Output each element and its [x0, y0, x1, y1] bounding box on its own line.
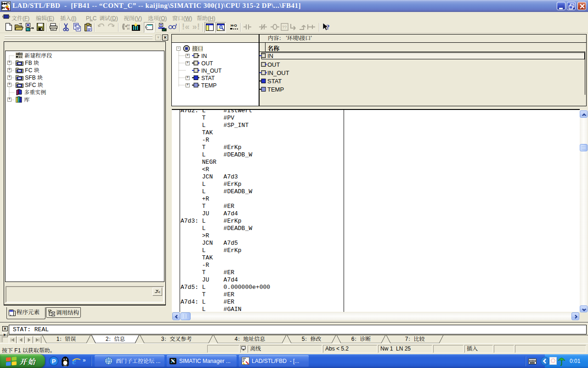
svg-text:10: 10 [127, 27, 130, 30]
svg-text:7：比较: 7：比较 [405, 336, 425, 342]
svg-text:3：交叉参考: 3：交叉参考 [161, 336, 192, 342]
svg-text:5：修改: 5：修改 [302, 336, 322, 342]
svg-text:P: P [52, 358, 56, 365]
svg-text:HЁO: HЁO [16, 52, 23, 56]
svg-text:1：错误: 1：错误 [57, 336, 76, 342]
svg-text:6：诊断: 6：诊断 [351, 336, 371, 342]
svg-text:4：地址信息: 4：地址信息 [235, 336, 266, 342]
svg-text:H·O: H·O [231, 23, 237, 28]
svg-text:01: 01 [127, 24, 130, 27]
svg-text:<: < [158, 290, 160, 294]
svg-text:??: ?? [282, 25, 287, 29]
svg-text:e: e [72, 356, 76, 366]
svg-text:?: ? [326, 23, 330, 31]
svg-text:2：信息: 2：信息 [106, 336, 125, 342]
